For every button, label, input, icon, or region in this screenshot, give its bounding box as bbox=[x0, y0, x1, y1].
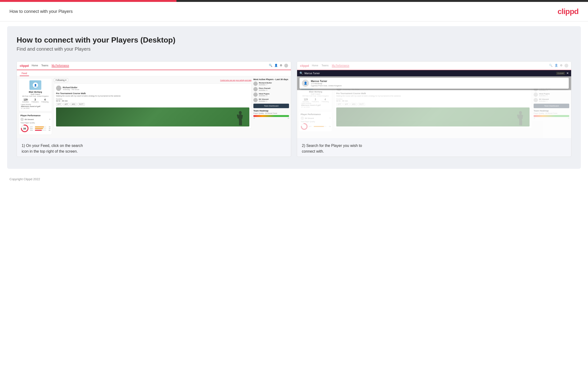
score-value: 84 bbox=[23, 128, 26, 130]
player-performance-card-1: Player Performance Eli Vincent ▾ Total P… bbox=[19, 113, 52, 135]
app-middle-column-1: Following ▾ Control who can see your act… bbox=[54, 78, 252, 136]
heatmap-bar bbox=[253, 115, 289, 117]
latest-activity-date: 27 Jul 2022 bbox=[21, 107, 50, 109]
svg-rect-14 bbox=[519, 120, 521, 126]
search-bar-icon: 🔍 bbox=[299, 72, 303, 75]
golfer-silhouette-icon bbox=[233, 111, 247, 127]
logo: clippd bbox=[558, 7, 579, 16]
player-avatar-3 bbox=[253, 92, 258, 97]
settings-icon[interactable]: ⚙ bbox=[280, 64, 282, 67]
profile-stats: 129 Activities 3 Followers 4 bbox=[21, 98, 50, 103]
control-link[interactable]: Control who can see your activity and da… bbox=[220, 79, 252, 81]
mock-app-2: clippd Home Teams My Performance 🔍 👤 ⚙ bbox=[297, 62, 571, 138]
player-list-item: Hiral Pujara Activities: 3 bbox=[253, 92, 289, 97]
followers-stat: 3 Followers bbox=[32, 98, 39, 103]
screenshot-1-wrapper: clippd Home Teams My Performance 🔍 👤 ⚙ bbox=[17, 62, 291, 138]
svg-point-10 bbox=[519, 111, 522, 114]
tag-ott: OTT bbox=[56, 103, 62, 106]
app-logo-1: clippd bbox=[20, 64, 29, 67]
top-accent-bar bbox=[0, 0, 588, 2]
nav-home-2: Home bbox=[312, 64, 318, 67]
profile-avatar-bg: 👤 bbox=[29, 80, 41, 90]
profile-club: Mill Ride Golf Club, United Kingdom bbox=[21, 95, 50, 97]
result-avatar: 👤 bbox=[302, 80, 309, 87]
player-info-3: Hiral Pujara Activities: 3 bbox=[259, 93, 269, 97]
screenshot-2-caption: 2) Search for the Player you wish toconn… bbox=[297, 138, 571, 157]
app-nav-links-2: Home Teams My Performance bbox=[312, 64, 349, 67]
dropdown-chevron-icon: ▾ bbox=[65, 79, 67, 81]
page-header: How to connect with your Players clippd bbox=[0, 2, 588, 21]
player-perf-card-2: Player Performance Eli Vincent ▾ Total P… bbox=[299, 111, 332, 132]
app-nav-icons-1: 🔍 👤 ⚙ bbox=[269, 64, 288, 67]
player-avatar-4 bbox=[253, 98, 258, 102]
app-logo-2: clippd bbox=[300, 64, 309, 67]
player-avatar-2 bbox=[253, 87, 258, 91]
avatar: 👤 bbox=[33, 83, 38, 88]
svg-rect-6 bbox=[239, 120, 241, 126]
tag-arg: ARG bbox=[70, 103, 77, 106]
player-list-item: Eli Vincent Activities: 1 bbox=[253, 98, 289, 102]
activity-image bbox=[56, 107, 249, 127]
profile-card: 👤 Blair McHarg Golf Coach Mill Ride Golf… bbox=[19, 78, 52, 111]
app-navbar-2: clippd Home Teams My Performance 🔍 👤 ⚙ bbox=[297, 62, 571, 70]
user-icon[interactable]: 👤 bbox=[274, 64, 278, 67]
search-icon[interactable]: 🔍 bbox=[269, 64, 272, 67]
screenshot-2-panel: clippd Home Teams My Performance 🔍 👤 ⚙ bbox=[297, 61, 571, 157]
tag-app: APP bbox=[63, 103, 69, 106]
app-nav-icons-2: 🔍 👤 ⚙ bbox=[549, 64, 568, 67]
nav-home[interactable]: Home bbox=[32, 64, 38, 67]
activity-tags: OTT APP ARG PUTT bbox=[56, 103, 249, 106]
following-stat: 4 Following bbox=[42, 98, 49, 103]
profile-role: Golf Coach bbox=[21, 93, 50, 95]
search-input[interactable]: Marcus Turner bbox=[304, 72, 555, 75]
nav-my-performance[interactable]: My Performance bbox=[52, 64, 69, 67]
profile-name: Blair McHarg bbox=[21, 91, 50, 93]
profile-avatar-area: 👤 bbox=[29, 80, 41, 90]
player-avatar-1 bbox=[253, 82, 258, 86]
score-bar-app: APP 70 bbox=[30, 128, 50, 129]
copyright-text: Copyright Clippd 2022 bbox=[9, 177, 40, 181]
player-info-1: Richard Butler Activities: 7 bbox=[259, 82, 272, 86]
main-content: How to connect with your Players (Deskto… bbox=[7, 26, 581, 169]
app-right-column-1: Most Active Players - Last 30 days Richa… bbox=[253, 78, 289, 136]
avatar-icon-2 bbox=[564, 64, 568, 67]
following-button[interactable]: Following ▾ bbox=[54, 78, 68, 82]
golfer-silhouette-icon-2 bbox=[513, 111, 527, 127]
user-icon-2: 👤 bbox=[554, 64, 558, 67]
hero-title: How to connect with your Players (Deskto… bbox=[17, 36, 571, 45]
clear-button[interactable]: CLEAR bbox=[556, 72, 565, 75]
app-tab-strip-1: Feed bbox=[17, 70, 291, 76]
svg-rect-7 bbox=[241, 120, 242, 126]
nav-teams-2: Teams bbox=[322, 64, 328, 67]
player-list-item: Piers Parnell Activities: 4 bbox=[253, 87, 289, 91]
score-bar-ott: OTT 79 bbox=[30, 126, 50, 128]
app-nav-links-1: Home Teams My Performance bbox=[32, 64, 69, 67]
activities-stat: 129 Activities bbox=[22, 98, 29, 103]
activity-user-row: Richard Butler Yesterday · The Grove bbox=[56, 86, 249, 91]
app-body-1: 👤 Blair McHarg Golf Coach Mill Ride Golf… bbox=[17, 76, 291, 138]
close-icon[interactable]: ✕ bbox=[566, 72, 569, 75]
activity-card: Richard Butler Yesterday · The Grove Pre… bbox=[54, 83, 252, 129]
team-dashboard-button[interactable]: Team Dashboard bbox=[253, 104, 289, 108]
page-footer: Copyright Clippd 2022 bbox=[0, 174, 588, 185]
score-donut-2 bbox=[301, 123, 308, 130]
activity-user-info: Richard Butler Yesterday · The Grove bbox=[63, 86, 79, 90]
score-bar-arg: ARG 61 bbox=[30, 129, 50, 131]
player-info-2: Piers Parnell Activities: 4 bbox=[259, 87, 270, 91]
nav-teams[interactable]: Teams bbox=[41, 64, 48, 67]
result-info: Marcus Turner 1-5 Handicap Cypress Point… bbox=[311, 80, 342, 87]
app-navbar-1: clippd Home Teams My Performance 🔍 👤 ⚙ bbox=[17, 62, 291, 70]
feed-tab[interactable]: Feed bbox=[20, 71, 29, 76]
player-info-4: Eli Vincent Activities: 1 bbox=[259, 98, 269, 102]
nav-my-perf-2: My Performance bbox=[332, 64, 349, 67]
profile-stats-2: 129Activities 3Followers 4Following bbox=[301, 98, 330, 102]
dropdown-arrow-icon: ▾ bbox=[49, 118, 50, 120]
avatar-icon[interactable] bbox=[284, 64, 288, 67]
mock-app-1: clippd Home Teams My Performance 🔍 👤 ⚙ bbox=[17, 62, 291, 138]
search-bar: 🔍 Marcus Turner CLEAR ✕ bbox=[297, 70, 571, 76]
search-result-card[interactable]: 👤 Marcus Turner 1-5 Handicap Cypress Poi… bbox=[299, 78, 569, 89]
player-select[interactable]: Eli Vincent ▾ bbox=[20, 118, 50, 121]
following-header: Following ▾ Control who can see your act… bbox=[54, 78, 252, 82]
search-overlay: 🔍 Marcus Turner CLEAR ✕ 👤 Marcus Turner … bbox=[297, 70, 571, 90]
screenshots-row: clippd Home Teams My Performance 🔍 👤 ⚙ bbox=[17, 61, 571, 157]
